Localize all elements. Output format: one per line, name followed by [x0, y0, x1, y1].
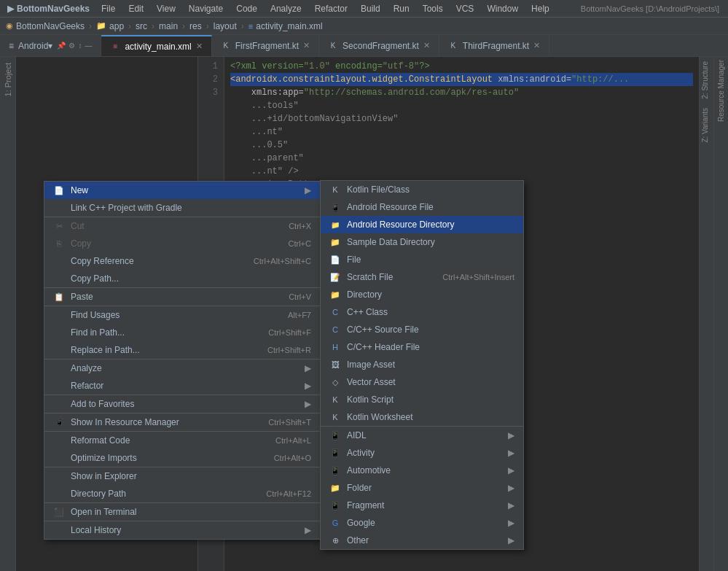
kotlin-script-label: Kotlin Script [347, 395, 514, 405]
submenu-image-asset[interactable]: 🖼 Image Asset [321, 356, 523, 373]
code-line-5: ...tools" [230, 99, 693, 112]
submenu-fragment[interactable]: 📱 Fragment ▶ [321, 497, 523, 514]
tab-first-fragment-close[interactable]: ✕ [303, 41, 310, 50]
context-menu-link-cpp[interactable]: Link C++ Project with Gradle [44, 199, 320, 217]
submenu-activity[interactable]: 📱 Activity ▶ [321, 444, 523, 462]
activity-label: Activity [347, 448, 502, 458]
breadcrumb-res[interactable]: res [189, 21, 202, 31]
submenu-android-resource-dir[interactable]: 📁 Android Resource Directory [321, 216, 523, 233]
submenu-other[interactable]: ⊕ Other ▶ [321, 532, 523, 549]
menu-file[interactable]: File [95, 2, 121, 15]
submenu-aidl[interactable]: 📱 AIDL ▶ [321, 426, 523, 444]
tab-second-fragment-close[interactable]: ✕ [423, 41, 430, 50]
breadcrumb-app[interactable]: app [109, 21, 124, 31]
cpp-source-label: C/C++ Source File [347, 325, 514, 335]
scratch-file-label: Scratch File [347, 272, 437, 282]
submenu-kotlin-file[interactable]: K Kotlin File/Class [321, 181, 523, 198]
pin-icon: 📌 [57, 42, 66, 50]
breadcrumb-layout[interactable]: layout [214, 21, 237, 31]
context-menu-open-terminal[interactable]: ⬛ Open in Terminal [44, 502, 320, 521]
tab-third-fragment[interactable]: K ThirdFragment.kt ✕ [439, 35, 549, 56]
tab-activity-main[interactable]: ≡ activity_main.xml ✕ [101, 35, 211, 56]
menu-help[interactable]: Help [525, 2, 555, 15]
menu-navigate[interactable]: Navigate [183, 2, 229, 15]
context-menu-find-usages[interactable]: Find Usages Alt+F7 [44, 306, 320, 324]
menu-edit[interactable]: Edit [122, 2, 149, 15]
submenu-android-resource-file[interactable]: 📱 Android Resource File [321, 198, 523, 216]
submenu-cpp-class[interactable]: C C++ Class [321, 303, 523, 321]
menu-run[interactable]: Run [388, 2, 415, 15]
menu-tools[interactable]: Tools [417, 2, 449, 15]
file-icon-1: 📄 [329, 254, 341, 265]
submenu-kotlin-script[interactable]: K Kotlin Script [321, 391, 523, 408]
menu-bar: ▶ BottomNavGeeks File Edit View Navigate… [0, 0, 728, 18]
context-menu-analyze[interactable]: Analyze ▶ [44, 359, 320, 377]
settings-icon[interactable]: ⚙ [69, 42, 75, 50]
context-menu-paste[interactable]: 📋 Paste Ctrl+V [44, 287, 320, 306]
submenu-sample-data-dir[interactable]: 📁 Sample Data Directory [321, 233, 523, 251]
breadcrumb-root[interactable]: BottomNavGeeks [16, 21, 85, 31]
tab-third-fragment-close[interactable]: ✕ [533, 41, 540, 50]
context-menu-new[interactable]: 📄 New ▶ K Kotlin File/Class 📱 Android Re… [44, 182, 320, 199]
submenu-google[interactable]: G Google ▶ [321, 514, 523, 532]
context-menu-copy[interactable]: ⎘ Copy Ctrl+C [44, 235, 320, 252]
tab-activity-main-close[interactable]: ✕ [196, 42, 203, 51]
context-menu-directory-path[interactable]: Directory Path Ctrl+Alt+F12 [44, 485, 320, 502]
context-menu-copy-ref[interactable]: Copy Reference Ctrl+Alt+Shift+C [44, 252, 320, 270]
context-menu-refactor[interactable]: Refactor ▶ [44, 377, 320, 395]
context-menu-find-in-path[interactable]: Find in Path... Ctrl+Shift+F [44, 324, 320, 341]
context-menu-copy-path[interactable]: Copy Path... [44, 270, 320, 287]
submenu-vector-asset[interactable]: ◇ Vector Asset [321, 373, 523, 391]
tab-bar: ≡ Android▾ 📌 ⚙ ↕ — ≡ activity_main.xml ✕… [0, 35, 728, 57]
context-menu-replace-in-path[interactable]: Replace in Path... Ctrl+Shift+R [44, 341, 320, 359]
submenu-automotive[interactable]: 📱 Automotive ▶ [321, 462, 523, 479]
folder-label: Folder [347, 483, 502, 493]
submenu-cpp-header[interactable]: H C/C++ Header File [321, 338, 523, 356]
resource-manager-label[interactable]: Resource Manager [716, 57, 727, 125]
submenu-scratch-file[interactable]: 📝 Scratch File Ctrl+Alt+Shift+Insert [321, 268, 523, 286]
submenu-directory[interactable]: 📁 Directory [321, 286, 523, 303]
kt-file-icon-3: K [448, 41, 458, 51]
context-menu-cut[interactable]: ✂ Cut Ctrl+X [44, 217, 320, 235]
cpp-source-icon: C [329, 324, 341, 335]
tab-second-fragment[interactable]: K SecondFragment.kt ✕ [319, 35, 439, 56]
menu-build[interactable]: Build [355, 2, 386, 15]
breadcrumb-src[interactable]: src [136, 21, 147, 31]
aidl-icon: 📱 [329, 430, 341, 441]
menu-analyze[interactable]: Analyze [265, 2, 308, 15]
fragment-label: Fragment [347, 500, 502, 510]
context-menu-reformat[interactable]: Reformat Code Ctrl+Alt+L [44, 431, 320, 449]
code-line-11: ...0.5" [230, 139, 693, 152]
submenu-file[interactable]: 📄 File [321, 251, 523, 268]
context-menu-show-resource-mgr[interactable]: 📱 Show In Resource Manager Ctrl+Shift+T [44, 413, 320, 431]
replace-in-path-label: Replace in Path... [71, 345, 262, 355]
file-label: File [347, 255, 514, 265]
submenu-folder[interactable]: 📁 Folder ▶ [321, 479, 523, 497]
menu-refactor[interactable]: Refactor [309, 2, 353, 15]
breadcrumb-main[interactable]: main [159, 21, 178, 31]
breadcrumb-sep-6: › [241, 21, 244, 31]
menu-view[interactable]: View [151, 2, 181, 15]
tab-android[interactable]: ≡ Android▾ 📌 ⚙ ↕ — [0, 35, 101, 56]
submenu-cpp-source[interactable]: C C/C++ Source File [321, 321, 523, 338]
variants-panel-label[interactable]: Z: Variants [700, 104, 713, 147]
copy-path-icon [53, 273, 65, 284]
sync-icon[interactable]: ↕ [78, 42, 82, 50]
local-history-arrow: ▶ [305, 525, 311, 535]
google-label: Google [347, 518, 502, 528]
breadcrumb-file[interactable]: activity_main.xml [256, 21, 322, 31]
context-menu-optimize[interactable]: Optimize Imports Ctrl+Alt+O [44, 449, 320, 467]
submenu-kotlin-worksheet[interactable]: K Kotlin Worksheet [321, 408, 523, 426]
image-asset-label: Image Asset [347, 360, 514, 370]
tab-first-fragment[interactable]: K FirstFragment.kt ✕ [212, 35, 319, 56]
menu-vcs[interactable]: VCS [450, 2, 480, 15]
menu-code[interactable]: Code [230, 2, 263, 15]
context-menu-local-history[interactable]: Local History ▶ [44, 521, 320, 539]
menu-window[interactable]: Window [481, 2, 524, 15]
context-menu-add-to-favorites[interactable]: Add to Favorites ▶ [44, 395, 320, 413]
automotive-label: Automotive [347, 465, 502, 475]
context-menu-show-explorer[interactable]: Show in Explorer [44, 467, 320, 485]
minimize-icon[interactable]: — [85, 42, 92, 50]
structure-panel-label[interactable]: 2: Structure [700, 57, 713, 104]
project-panel-label[interactable]: 1: Project [2, 57, 14, 102]
